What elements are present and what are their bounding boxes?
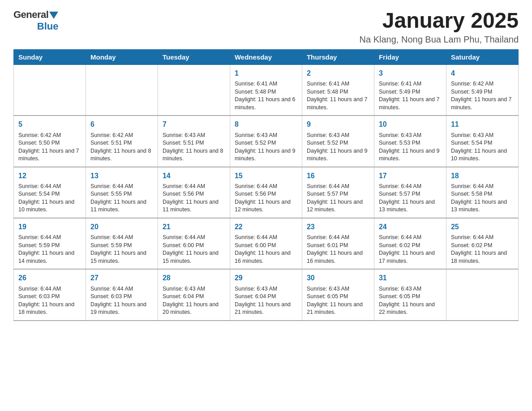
calendar-cell: 23Sunrise: 6:44 AM Sunset: 6:01 PM Dayli… [302,218,374,269]
day-number: 26 [18,273,81,283]
calendar-cell: 24Sunrise: 6:44 AM Sunset: 6:02 PM Dayli… [374,218,446,269]
day-number: 11 [451,120,514,129]
calendar-cell: 13Sunrise: 6:44 AM Sunset: 5:55 PM Dayli… [86,167,158,218]
day-number: 23 [307,222,369,232]
day-number: 22 [235,222,297,232]
calendar-cell: 1Sunrise: 6:41 AM Sunset: 5:48 PM Daylig… [230,64,302,116]
day-info: Sunrise: 6:41 AM Sunset: 5:48 PM Dayligh… [235,80,297,111]
day-number: 30 [307,273,369,283]
calendar-cell: 3Sunrise: 6:41 AM Sunset: 5:49 PM Daylig… [374,64,446,116]
day-number: 14 [163,171,225,181]
column-header-saturday: Saturday [446,49,518,64]
day-info: Sunrise: 6:44 AM Sunset: 5:56 PM Dayligh… [163,183,225,214]
day-number: 31 [379,273,442,283]
calendar-cell: 15Sunrise: 6:44 AM Sunset: 5:56 PM Dayli… [230,167,302,218]
logo-text-blue: Blue [37,21,59,32]
calendar-cell: 14Sunrise: 6:44 AM Sunset: 5:56 PM Dayli… [158,167,230,218]
column-header-tuesday: Tuesday [158,49,230,64]
day-number: 16 [307,171,369,181]
week-row-3: 12Sunrise: 6:44 AM Sunset: 5:54 PM Dayli… [14,167,519,218]
calendar-cell [446,269,518,320]
day-info: Sunrise: 6:43 AM Sunset: 6:04 PM Dayligh… [235,285,297,317]
day-number: 12 [18,171,81,181]
day-number: 21 [163,222,225,232]
calendar-table: SundayMondayTuesdayWednesdayThursdayFrid… [13,49,519,321]
week-row-1: 1Sunrise: 6:41 AM Sunset: 5:48 PM Daylig… [14,64,519,116]
day-info: Sunrise: 6:43 AM Sunset: 6:04 PM Dayligh… [163,285,225,317]
calendar-cell: 29Sunrise: 6:43 AM Sunset: 6:04 PM Dayli… [230,269,302,320]
day-number: 4 [451,68,514,78]
day-number: 1 [235,68,297,78]
day-info: Sunrise: 6:44 AM Sunset: 6:01 PM Dayligh… [307,234,369,265]
day-info: Sunrise: 6:42 AM Sunset: 5:50 PM Dayligh… [18,132,81,163]
calendar-cell: 18Sunrise: 6:44 AM Sunset: 5:58 PM Dayli… [446,167,518,218]
day-number: 5 [18,120,81,129]
day-number: 15 [235,171,297,181]
day-number: 24 [379,222,442,232]
calendar-cell: 8Sunrise: 6:43 AM Sunset: 5:52 PM Daylig… [230,116,302,167]
day-info: Sunrise: 6:44 AM Sunset: 5:57 PM Dayligh… [307,183,369,214]
calendar-cell: 28Sunrise: 6:43 AM Sunset: 6:04 PM Dayli… [158,269,230,320]
day-number: 13 [90,171,153,181]
day-info: Sunrise: 6:44 AM Sunset: 6:00 PM Dayligh… [235,234,297,265]
calendar-cell [158,64,230,116]
day-number: 10 [379,120,442,129]
day-number: 17 [379,171,442,181]
calendar-cell: 9Sunrise: 6:43 AM Sunset: 5:52 PM Daylig… [302,116,374,167]
subtitle: Na Klang, Nong Bua Lam Phu, Thailand [360,34,519,45]
day-number: 28 [163,273,225,283]
calendar-cell [14,64,86,116]
day-info: Sunrise: 6:44 AM Sunset: 5:58 PM Dayligh… [451,183,514,214]
day-number: 3 [379,68,442,78]
header: General Blue January 2025 Na Klang, Nong… [13,9,519,45]
calendar-cell: 30Sunrise: 6:43 AM Sunset: 6:05 PM Dayli… [302,269,374,320]
day-info: Sunrise: 6:44 AM Sunset: 6:03 PM Dayligh… [18,285,81,317]
week-row-4: 19Sunrise: 6:44 AM Sunset: 5:59 PM Dayli… [14,218,519,269]
calendar-cell: 20Sunrise: 6:44 AM Sunset: 5:59 PM Dayli… [86,218,158,269]
day-number: 18 [451,171,514,181]
calendar-cell: 11Sunrise: 6:43 AM Sunset: 5:54 PM Dayli… [446,116,518,167]
day-info: Sunrise: 6:44 AM Sunset: 6:02 PM Dayligh… [451,234,514,265]
day-number: 7 [163,120,225,129]
day-info: Sunrise: 6:44 AM Sunset: 5:59 PM Dayligh… [90,234,153,265]
day-info: Sunrise: 6:44 AM Sunset: 5:59 PM Dayligh… [18,234,81,265]
day-info: Sunrise: 6:44 AM Sunset: 6:03 PM Dayligh… [90,285,153,317]
day-info: Sunrise: 6:42 AM Sunset: 5:51 PM Dayligh… [90,132,153,163]
day-number: 20 [90,222,153,232]
column-header-thursday: Thursday [302,49,374,64]
day-number: 27 [90,273,153,283]
calendar-cell: 10Sunrise: 6:43 AM Sunset: 5:53 PM Dayli… [374,116,446,167]
day-number: 2 [307,68,369,78]
page-title: January 2025 [360,9,519,33]
column-header-wednesday: Wednesday [230,49,302,64]
day-info: Sunrise: 6:43 AM Sunset: 5:51 PM Dayligh… [163,132,225,163]
calendar-cell: 2Sunrise: 6:41 AM Sunset: 5:48 PM Daylig… [302,64,374,116]
calendar-cell: 6Sunrise: 6:42 AM Sunset: 5:51 PM Daylig… [86,116,158,167]
calendar-cell: 25Sunrise: 6:44 AM Sunset: 6:02 PM Dayli… [446,218,518,269]
title-area: January 2025 Na Klang, Nong Bua Lam Phu,… [360,9,519,45]
calendar-cell: 19Sunrise: 6:44 AM Sunset: 5:59 PM Dayli… [14,218,86,269]
day-info: Sunrise: 6:43 AM Sunset: 6:05 PM Dayligh… [307,285,369,317]
day-info: Sunrise: 6:43 AM Sunset: 5:54 PM Dayligh… [451,132,514,163]
day-info: Sunrise: 6:43 AM Sunset: 5:52 PM Dayligh… [307,132,369,163]
day-info: Sunrise: 6:43 AM Sunset: 6:05 PM Dayligh… [379,285,442,317]
day-info: Sunrise: 6:44 AM Sunset: 5:56 PM Dayligh… [235,183,297,214]
day-number: 8 [235,120,297,129]
day-info: Sunrise: 6:41 AM Sunset: 5:48 PM Dayligh… [307,80,369,111]
day-info: Sunrise: 6:43 AM Sunset: 5:52 PM Dayligh… [235,132,297,163]
calendar-cell: 22Sunrise: 6:44 AM Sunset: 6:00 PM Dayli… [230,218,302,269]
calendar-cell: 27Sunrise: 6:44 AM Sunset: 6:03 PM Dayli… [86,269,158,320]
day-number: 6 [90,120,153,129]
calendar-cell: 21Sunrise: 6:44 AM Sunset: 6:00 PM Dayli… [158,218,230,269]
logo-text-general: General [13,9,48,21]
calendar-cell: 7Sunrise: 6:43 AM Sunset: 5:51 PM Daylig… [158,116,230,167]
day-number: 29 [235,273,297,283]
day-number: 25 [451,222,514,232]
day-number: 9 [307,120,369,129]
calendar-cell: 5Sunrise: 6:42 AM Sunset: 5:50 PM Daylig… [14,116,86,167]
week-row-5: 26Sunrise: 6:44 AM Sunset: 6:03 PM Dayli… [14,269,519,320]
day-info: Sunrise: 6:41 AM Sunset: 5:49 PM Dayligh… [379,80,442,111]
calendar-body: 1Sunrise: 6:41 AM Sunset: 5:48 PM Daylig… [14,64,519,320]
day-info: Sunrise: 6:42 AM Sunset: 5:49 PM Dayligh… [451,80,514,111]
day-info: Sunrise: 6:44 AM Sunset: 5:57 PM Dayligh… [379,183,442,214]
